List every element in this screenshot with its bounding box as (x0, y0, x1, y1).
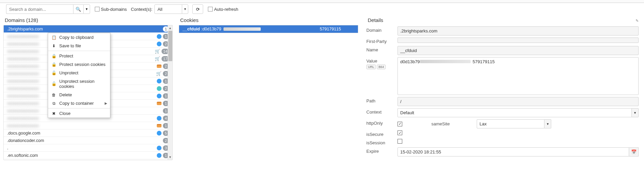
menu-item[interactable]: 🔒Protect session cookies (48, 60, 110, 69)
label-domain: Domain (366, 26, 398, 33)
dot-icon (157, 116, 162, 121)
dot-icon (157, 34, 162, 39)
detail-context-select[interactable]: Default (398, 108, 632, 117)
menu-item-icon: 📋 (51, 35, 56, 40)
menu-item[interactable]: 🗑Delete (48, 91, 110, 99)
detail-name-value: __cfduid (398, 46, 639, 55)
cookie-value: :d0d13b79 (201, 27, 221, 31)
label-httponly: httpOnly (366, 119, 398, 126)
domains-title: Domains (128) (5, 17, 171, 23)
autorefresh-checkbox[interactable] (208, 7, 213, 11)
search-dropdown-button[interactable]: ▼ (83, 4, 90, 14)
cookies-title: Cookies (180, 17, 357, 23)
label-samesite: sameSite (431, 121, 450, 126)
chevron-down-icon: ▼ (85, 7, 88, 11)
dot-icon (157, 146, 162, 150)
scrollbar[interactable]: ▲ ▼ (168, 25, 172, 160)
menu-item-label: Close (59, 111, 70, 116)
detail-value-textarea[interactable]: d0d13b79579179115 (398, 57, 639, 95)
dot-icon (157, 94, 162, 98)
domain-name: .docs.google.com (7, 131, 157, 136)
dot-icon (157, 42, 162, 46)
issession-checkbox[interactable] (398, 139, 402, 144)
domain-name: .donationcoder.com (7, 138, 163, 143)
menu-item[interactable]: ⬇Save to file (48, 42, 110, 50)
detail-path-value: / (398, 97, 639, 106)
folder-icon (157, 102, 162, 105)
search-icon: 🔍 (76, 7, 81, 12)
folder-icon (157, 124, 162, 127)
chevron-down-icon: ▼ (182, 5, 188, 14)
context-select[interactable]: All ▼ (154, 4, 188, 14)
context-menu: 📋Copy to clipboard⬇Save to file🔒Protect🔒… (48, 33, 110, 118)
domain-name: . (7, 146, 157, 150)
menu-item[interactable]: 🔓Unprotect session cookies (48, 77, 110, 91)
domain-row[interactable]: xxxxxxxxxxxxxxx1 (4, 122, 172, 129)
domain-name: .2brightsparks.com (7, 27, 163, 31)
label-issession: isSession (366, 139, 398, 145)
domain-search-input[interactable] (6, 4, 73, 14)
issecure-checkbox[interactable]: ✓ (398, 130, 402, 135)
pill-b64[interactable]: B64 (377, 65, 386, 69)
refresh-button[interactable]: ⟳ (192, 4, 203, 14)
cookie-row[interactable]: __cfduid:d0d13b79579179115 (179, 25, 358, 33)
menu-item-label: Copy to clipboard (59, 35, 93, 40)
menu-item-icon: 🔓 (51, 81, 56, 86)
cart-icon: 🛒 (155, 56, 160, 61)
menu-item-label: Protect session cookies (59, 62, 106, 67)
detail-domain-value: .2brightsparks.com (398, 26, 639, 35)
value-hidden (420, 60, 471, 63)
calendar-button[interactable]: 📅 (629, 147, 639, 156)
scroll-down-icon[interactable]: ▼ (168, 154, 172, 160)
label-context: Context (366, 108, 398, 115)
menu-separator (48, 51, 110, 51)
detail-expire-value[interactable]: 15-02-2020 18:21:55 (398, 147, 629, 156)
httponly-checkbox[interactable]: ✓ (398, 122, 402, 126)
edit-icon[interactable]: ✎ (636, 19, 639, 23)
cookie-value-hidden (223, 27, 261, 31)
menu-item-icon: 🗑 (51, 93, 56, 97)
menu-item[interactable]: 🔓Unprotect (48, 69, 110, 77)
menu-item-label: Copy to container (59, 101, 94, 106)
detail-samesite-select[interactable]: Lax (477, 119, 544, 128)
menu-item-label: Unprotect session cookies (59, 79, 107, 89)
domain-row[interactable]: .2brightsparks.com1 (4, 25, 172, 33)
cookie-value-end: 579179115 (320, 27, 341, 31)
dot-icon (157, 153, 162, 158)
label-firstparty: First-Party (366, 38, 398, 44)
menu-item[interactable]: ⧉Copy to container▶ (48, 99, 110, 107)
pill-url[interactable]: URL (366, 65, 376, 69)
scroll-thumb[interactable] (168, 31, 172, 61)
search-button[interactable]: 🔍 (73, 4, 83, 14)
menu-item-label: Unprotect (59, 70, 78, 75)
calendar-icon: 📅 (631, 149, 637, 154)
domain-list: .2brightsparks.com1xxxxxxxxxxxxxxx1xxxxx… (3, 25, 173, 160)
chevron-down-icon[interactable]: ▼ (544, 119, 551, 128)
menu-separator (48, 108, 110, 108)
details-title: Details (368, 17, 637, 23)
subdomains-checkbox[interactable] (95, 7, 100, 11)
cookie-list: __cfduid:d0d13b79579179115 (179, 25, 358, 33)
dot-icon (157, 86, 162, 91)
subdomains-label: Sub-domains (101, 7, 127, 12)
label-path: Path (366, 97, 398, 103)
contexts-label: Context(s): (131, 7, 153, 12)
menu-item-icon: 🔒 (51, 54, 56, 58)
domain-row[interactable]: .3 (4, 144, 172, 152)
domain-row[interactable]: .donationcoder.com2 (4, 137, 172, 144)
menu-item-label: Delete (59, 92, 72, 97)
menu-item[interactable]: 🔒Protect (48, 52, 110, 60)
dot-icon (157, 79, 162, 83)
menu-item[interactable]: ✖Close (48, 109, 110, 118)
autorefresh-label: Auto-refresh (214, 7, 238, 12)
domain-row[interactable]: .docs.google.com5 (4, 129, 172, 137)
menu-item-label: Save to file (59, 43, 81, 48)
menu-item[interactable]: 📋Copy to clipboard (48, 33, 110, 42)
domain-row[interactable]: .en.softonic.com1 (4, 152, 172, 159)
scroll-up-icon[interactable]: ▲ (168, 25, 172, 31)
menu-item-icon: ✖ (51, 111, 56, 116)
menu-item-icon: 🔓 (51, 71, 56, 75)
label-name: Name (366, 46, 398, 52)
chevron-down-icon[interactable]: ▼ (632, 108, 639, 117)
label-issecure: isSecure (366, 130, 398, 137)
